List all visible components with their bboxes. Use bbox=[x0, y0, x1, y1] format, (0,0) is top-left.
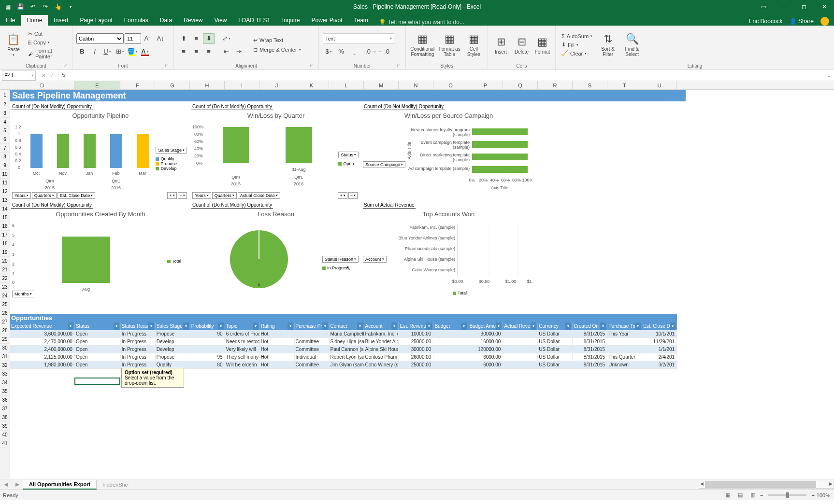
zoom-level[interactable]: 100% bbox=[817, 492, 830, 498]
expand-formula-bar-icon[interactable]: ⌄ bbox=[824, 72, 834, 79]
table-cell[interactable] bbox=[433, 353, 468, 361]
ribbon-options-icon[interactable]: ▭ bbox=[754, 0, 773, 14]
autosum-button[interactable]: ΣAutoSum▾ bbox=[560, 33, 594, 40]
tab-insert[interactable]: Insert bbox=[48, 15, 74, 26]
format-cells-button[interactable]: ▦Format bbox=[533, 28, 551, 61]
table-cell[interactable]: US Dollar bbox=[538, 353, 573, 361]
table-cell[interactable]: Propose bbox=[156, 330, 190, 338]
row-header[interactable]: 1 bbox=[0, 90, 10, 100]
chart-opp-by-month[interactable]: Count of (Do Not Modify) Opportunity Opp… bbox=[11, 202, 190, 298]
increase-font-button[interactable]: A↑ bbox=[142, 33, 154, 44]
row-header[interactable]: 40 bbox=[0, 431, 10, 439]
table-header-cell[interactable]: Est. Revenue bbox=[399, 322, 433, 330]
table-cell[interactable]: 25000.00 bbox=[399, 338, 433, 346]
font-name-select[interactable]: Calibri bbox=[76, 33, 124, 44]
sort-filter-button[interactable]: ⇅Sort & Filter bbox=[597, 28, 618, 61]
share-button[interactable]: 👤 Share bbox=[790, 18, 814, 25]
table-cell[interactable] bbox=[503, 338, 538, 346]
number-format-select[interactable]: Text bbox=[323, 33, 394, 44]
align-center-button[interactable]: ≡ bbox=[190, 46, 202, 57]
table-cell[interactable]: 95 bbox=[190, 353, 225, 361]
row-header[interactable]: 16 bbox=[0, 222, 10, 231]
table-cell[interactable] bbox=[433, 346, 468, 353]
table-cell[interactable]: This Year bbox=[607, 330, 642, 338]
table-cell[interactable]: 120000.00 bbox=[468, 346, 503, 353]
delete-cells-button[interactable]: ⊟Delete bbox=[513, 28, 531, 61]
table-cell[interactable]: Very likely will bbox=[225, 346, 260, 353]
table-cell[interactable]: They sell many bbox=[225, 353, 260, 361]
table-cell[interactable]: US Dollar bbox=[538, 338, 573, 346]
column-header[interactable]: O bbox=[433, 81, 468, 89]
table-cell[interactable]: 6 orders of Prod bbox=[225, 330, 260, 338]
row-header[interactable]: 39 bbox=[0, 422, 10, 431]
table-cell[interactable]: Committee bbox=[295, 361, 330, 369]
row-header[interactable]: 27 bbox=[0, 318, 10, 326]
table-cell[interactable]: 6000.00 bbox=[468, 353, 503, 361]
row-header[interactable]: 31 bbox=[0, 352, 10, 361]
row-header[interactable]: 28 bbox=[0, 326, 10, 335]
orientation-button[interactable]: ⤢ bbox=[220, 33, 232, 44]
conditional-formatting-button[interactable]: ▦Conditional Formatting bbox=[410, 28, 435, 61]
table-header-cell[interactable]: Purchase Tim bbox=[607, 322, 642, 330]
table-cell[interactable]: Fabrikam, Inc. ( bbox=[364, 330, 399, 338]
cancel-formula-icon[interactable]: ✕ bbox=[42, 72, 46, 79]
table-cell[interactable] bbox=[295, 330, 330, 338]
format-as-table-button[interactable]: ▦Format as Table bbox=[438, 28, 461, 61]
drill-collapse-button[interactable]: − bbox=[178, 192, 187, 199]
table-cell[interactable]: Individual bbox=[295, 353, 330, 361]
tab-home[interactable]: Home bbox=[21, 15, 48, 26]
user-name[interactable]: Eric Boocock bbox=[749, 18, 783, 25]
table-header-cell[interactable]: Created On bbox=[573, 322, 607, 330]
align-right-button[interactable]: ≡ bbox=[203, 46, 215, 57]
copy-button[interactable]: ⎘Copy▾ bbox=[26, 39, 68, 46]
row-header[interactable]: 18 bbox=[0, 239, 10, 248]
align-middle-button[interactable]: ≡ bbox=[190, 33, 202, 44]
table-cell[interactable]: Will be orderin bbox=[225, 361, 260, 369]
increase-indent-button[interactable]: ⇥ bbox=[233, 46, 244, 57]
dialog-launcher-icon[interactable]: ◸ bbox=[64, 63, 67, 68]
table-cell[interactable]: 30000.00 bbox=[399, 346, 433, 353]
table-cell[interactable]: 2,470,000.00 bbox=[10, 338, 75, 346]
chart-top-accounts[interactable]: Sum of Actual Revenue Top Accounts Won A… bbox=[363, 202, 534, 298]
insert-cells-button[interactable]: ⊞Insert bbox=[492, 28, 510, 61]
cut-button[interactable]: ✂Cut bbox=[26, 30, 68, 38]
table-cell[interactable]: 1/1/201 bbox=[642, 346, 677, 353]
column-header[interactable]: R bbox=[538, 81, 573, 89]
row-header[interactable]: 34 bbox=[0, 378, 10, 387]
sheet-tab-active[interactable]: All Opportunities Export bbox=[23, 480, 97, 490]
row-header[interactable]: 15 bbox=[0, 213, 10, 222]
table-cell[interactable]: US Dollar bbox=[538, 330, 573, 338]
table-cell[interactable]: Committee bbox=[295, 346, 330, 353]
tab-view[interactable]: View bbox=[209, 15, 233, 26]
table-cell[interactable] bbox=[433, 361, 468, 369]
est-close-date-filter[interactable]: Est. Close Date bbox=[58, 192, 96, 199]
cell-grid[interactable]: Sales Pipeline Management Count of (Do N… bbox=[10, 90, 834, 479]
zoom-in-button[interactable]: + bbox=[811, 492, 814, 498]
table-cell[interactable]: This Quarter bbox=[607, 353, 642, 361]
table-cell[interactable] bbox=[433, 330, 468, 338]
table-cell[interactable]: Unknown bbox=[607, 361, 642, 369]
increase-decimal-button[interactable]: .0→ bbox=[365, 46, 377, 57]
column-header[interactable]: J bbox=[259, 81, 294, 89]
column-header[interactable]: T bbox=[607, 81, 642, 89]
table-cell[interactable]: US Dollar bbox=[538, 346, 573, 353]
table-cell[interactable] bbox=[433, 338, 468, 346]
table-header-cell[interactable]: Budget Amo bbox=[468, 322, 503, 330]
underline-button[interactable]: U bbox=[101, 46, 113, 57]
table-cell[interactable]: 2,125,000.00 bbox=[10, 353, 75, 361]
table-cell[interactable]: Open bbox=[75, 353, 121, 361]
table-cell[interactable]: 80 bbox=[190, 361, 225, 369]
table-cell[interactable]: Alpine Ski Hous bbox=[364, 346, 399, 353]
table-cell[interactable]: 8/31/2015 bbox=[573, 346, 607, 353]
table-row[interactable]: 2,125,000.00OpenIn ProgressPropose95They… bbox=[10, 353, 677, 361]
row-header[interactable]: 10 bbox=[0, 170, 10, 179]
row-header[interactable]: 6 bbox=[0, 135, 10, 144]
table-cell[interactable]: 16000.00 bbox=[468, 338, 503, 346]
table-cell[interactable]: Blue Yonder Air bbox=[364, 338, 399, 346]
table-cell[interactable]: 2,400,000.00 bbox=[10, 346, 75, 353]
table-row[interactable]: 1,980,000.00OpenIn ProgressQualify80Will… bbox=[10, 361, 677, 369]
table-cell[interactable]: Open bbox=[75, 346, 121, 353]
table-cell[interactable]: 8/31/2015 bbox=[573, 353, 607, 361]
sheet-nav-next-icon[interactable]: ▶ bbox=[12, 481, 23, 488]
row-header[interactable]: 9 bbox=[0, 161, 10, 170]
